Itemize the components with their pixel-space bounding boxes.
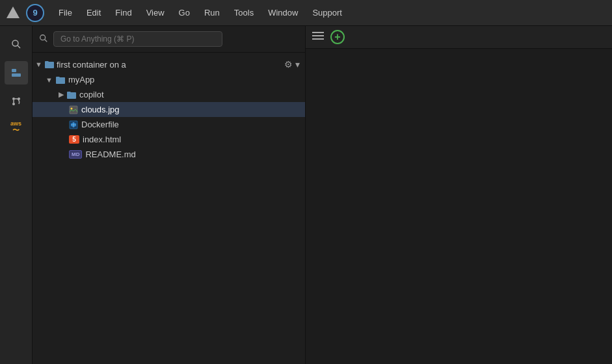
copilot-chevron: ▶	[59, 90, 64, 99]
editor-content	[306, 49, 612, 364]
menu-file[interactable]: File	[53, 5, 77, 20]
file-tree: ▼ first container on a ⚙ ▾ ▼ myApp ▶	[33, 53, 305, 364]
sidebar: ▼ first container on a ⚙ ▾ ▼ myApp ▶	[33, 26, 306, 364]
tree-item-copilot[interactable]: ▶ copilot	[33, 87, 305, 102]
editor-area: +	[306, 26, 612, 364]
svg-line-1	[18, 46, 20, 48]
tree-item-clouds[interactable]: clouds.jpg	[33, 102, 305, 117]
copilot-folder-icon	[67, 91, 76, 99]
cloud9-logo: 9	[26, 4, 44, 22]
main-layout: aws 〜 ▼ first	[0, 26, 612, 364]
logo-area: 9	[7, 4, 44, 22]
myapp-chevron: ▼	[46, 76, 53, 84]
menu-go[interactable]: Go	[174, 5, 195, 20]
hamburger-icon[interactable]	[312, 31, 324, 43]
search-input[interactable]	[53, 31, 222, 47]
menu-view[interactable]: View	[141, 5, 170, 20]
search-bar	[33, 26, 305, 53]
menu-run[interactable]: Run	[199, 5, 225, 20]
dockerfile-icon	[69, 120, 78, 129]
root-label: first container on a	[57, 60, 126, 70]
gear-icon[interactable]: ⚙ ▾	[284, 59, 300, 70]
svg-point-7	[40, 34, 46, 40]
icon-bar: aws 〜	[0, 26, 33, 364]
aws-tilde: 〜	[12, 127, 20, 134]
myapp-label: myApp	[68, 75, 94, 84]
svg-point-6	[12, 103, 15, 105]
md-icon: MD	[69, 150, 82, 159]
tree-item-indexhtml[interactable]: 5 index.html	[33, 132, 305, 147]
myapp-folder-icon	[56, 76, 65, 84]
menu-support[interactable]: Support	[307, 5, 347, 20]
tree-item-dockerfile[interactable]: Dockerfile	[33, 117, 305, 132]
filetree-icon-btn[interactable]	[5, 61, 28, 84]
indexhtml-label: index.html	[83, 135, 121, 144]
svg-rect-3	[12, 73, 21, 77]
aws-icon-btn[interactable]: aws 〜	[5, 118, 28, 136]
image-file-icon	[69, 105, 78, 114]
menu-edit[interactable]: Edit	[81, 5, 106, 20]
clouds-label: clouds.jpg	[81, 105, 120, 114]
menu-tools[interactable]: Tools	[229, 5, 259, 20]
tree-root-header: ▼ first container on a ⚙ ▾	[33, 57, 305, 72]
tree-item-readme[interactable]: MD README.md	[33, 147, 305, 162]
readme-label: README.md	[85, 150, 135, 159]
html-icon: 5	[69, 135, 79, 144]
svg-point-0	[12, 40, 18, 46]
add-tab-button[interactable]: +	[330, 30, 345, 44]
menu-find[interactable]: Find	[110, 5, 137, 20]
svg-point-4	[12, 98, 15, 100]
svg-point-10	[71, 107, 73, 109]
dockerfile-label: Dockerfile	[81, 120, 119, 129]
tree-item-myapp[interactable]: ▼ myApp	[33, 72, 305, 87]
editor-toolbar: +	[306, 26, 612, 49]
menubar: 9 File Edit Find View Go Run Tools Windo…	[0, 0, 612, 26]
copilot-label: copilot	[79, 90, 104, 99]
search-icon	[39, 34, 48, 45]
root-folder-icon	[45, 60, 54, 68]
root-chevron: ▼	[35, 60, 42, 68]
triangle-icon	[7, 6, 20, 18]
svg-rect-2	[12, 69, 16, 72]
svg-line-8	[45, 39, 47, 42]
search-icon-btn[interactable]	[5, 32, 28, 56]
menu-window[interactable]: Window	[263, 5, 303, 20]
git-icon-btn[interactable]	[5, 90, 28, 113]
